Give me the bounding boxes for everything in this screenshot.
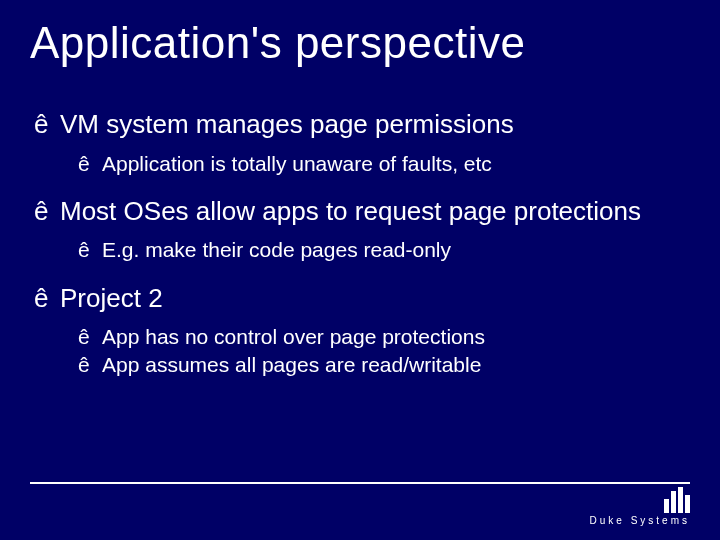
bullet-level2: ê App has no control over page protectio… [34, 324, 690, 350]
bullet-level2: ê E.g. make their code pages read-only [34, 237, 690, 263]
logo-bar [664, 499, 669, 513]
bullet-level2: ê Application is totally unaware of faul… [34, 151, 690, 177]
bullet-level1: ê Project 2 [34, 282, 690, 315]
slide-title: Application's perspective [30, 18, 690, 68]
footer-logo: Duke Systems [590, 487, 690, 526]
bullet-text: Project 2 [60, 282, 690, 315]
bullet-glyph-icon: ê [78, 237, 102, 263]
bullet-text: Most OSes allow apps to request page pro… [60, 195, 690, 228]
bullet-level1: ê Most OSes allow apps to request page p… [34, 195, 690, 228]
logo-text: Duke Systems [590, 515, 690, 526]
slide: Application's perspective ê VM system ma… [0, 0, 720, 540]
bullet-glyph-icon: ê [78, 324, 102, 350]
bullet-level2: ê App assumes all pages are read/writabl… [34, 352, 690, 378]
bullet-glyph-icon: ê [34, 108, 60, 141]
bullet-text: Application is totally unaware of faults… [102, 151, 690, 177]
bullet-glyph-icon: ê [34, 195, 60, 228]
bullet-level1: ê VM system manages page permissions [34, 108, 690, 141]
footer-divider [30, 482, 690, 484]
logo-bar [678, 487, 683, 513]
bullet-text: E.g. make their code pages read-only [102, 237, 690, 263]
duke-chapel-icon [664, 487, 690, 513]
bullet-glyph-icon: ê [78, 352, 102, 378]
logo-bar [671, 491, 676, 513]
bullet-glyph-icon: ê [34, 282, 60, 315]
logo-bar [685, 495, 690, 513]
bullet-text: App assumes all pages are read/writable [102, 352, 690, 378]
slide-content: ê VM system manages page permissions ê A… [30, 108, 690, 379]
bullet-text: App has no control over page protections [102, 324, 690, 350]
bullet-text: VM system manages page permissions [60, 108, 690, 141]
bullet-glyph-icon: ê [78, 151, 102, 177]
